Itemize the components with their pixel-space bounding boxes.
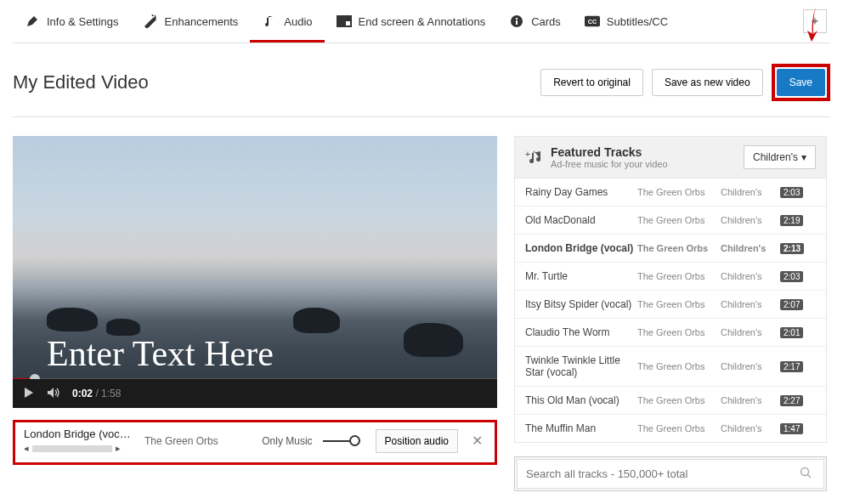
selected-track-title: London Bridge (voc…	[24, 428, 134, 440]
tab-label: Info & Settings	[47, 15, 119, 28]
track-artist: The Green Orbs	[637, 361, 721, 371]
tab-subtitles[interactable]: CC Subtitles/CC	[573, 0, 680, 42]
endscreen-icon	[337, 14, 352, 29]
track-name: This Old Man (vocal)	[525, 394, 637, 406]
svg-rect-1	[346, 21, 350, 25]
track-artist: The Green Orbs	[637, 187, 721, 197]
info-circle-icon	[509, 14, 524, 29]
track-artist: The Green Orbs	[637, 299, 721, 309]
featured-sub: Ad-free music for your video	[551, 159, 668, 169]
track-row[interactable]: Claudio The WormThe Green OrbsChildren's…	[515, 319, 826, 347]
video-title: My Edited Video	[13, 71, 149, 93]
cc-icon: CC	[585, 14, 600, 29]
chevron-down-icon: ▾	[801, 151, 806, 163]
editor-tabs: Info & Settings Enhancements Audio End s…	[13, 0, 830, 43]
remove-track-button[interactable]: ✕	[468, 433, 486, 449]
track-genre: Children's	[721, 215, 780, 225]
featured-title: Featured Tracks	[551, 145, 668, 159]
search-input[interactable]	[526, 467, 800, 480]
tab-label: End screen & Annotations	[359, 15, 486, 28]
mix-label: Only Music	[262, 435, 312, 447]
pencil-icon	[25, 14, 40, 29]
save-button[interactable]: Save	[777, 69, 825, 96]
tutorial-highlight: Save	[772, 64, 830, 101]
svg-rect-3	[516, 20, 518, 25]
track-row[interactable]: Itsy Bitsy Spider (vocal)The Green OrbsC…	[515, 291, 826, 319]
next-track-icon[interactable]: ▸	[116, 443, 121, 454]
volume-icon[interactable]	[47, 387, 60, 401]
track-genre: Children's	[721, 361, 780, 371]
track-scrub-bar[interactable]	[32, 445, 112, 452]
mix-slider[interactable]	[323, 440, 365, 442]
track-artist: The Green Orbs	[637, 271, 721, 281]
track-row[interactable]: Rainy Day GamesThe Green OrbsChildren's2…	[515, 178, 826, 207]
featured-header: + Featured Tracks Ad-free music for your…	[514, 136, 827, 178]
track-name: London Bridge (vocal)	[525, 242, 637, 254]
track-name: Itsy Bitsy Spider (vocal)	[525, 298, 637, 310]
tab-label: Audio	[284, 15, 312, 28]
time-total: 1:58	[101, 388, 121, 399]
track-row[interactable]: Twinkle Twinkle Little Star (vocal)The G…	[515, 347, 826, 387]
track-artist: The Green Orbs	[637, 215, 721, 225]
tab-cards[interactable]: Cards	[497, 0, 573, 42]
wand-icon	[143, 14, 158, 29]
track-row[interactable]: This Old Man (vocal)The Green OrbsChildr…	[515, 387, 826, 415]
time-current: 0:02	[72, 388, 93, 399]
track-duration: 2:27	[780, 395, 803, 406]
track-duration: 2:17	[780, 361, 803, 372]
track-row[interactable]: Mr. TurtleThe Green OrbsChildren's2:03	[515, 263, 826, 291]
track-genre: Children's	[721, 423, 780, 433]
svg-rect-4	[516, 18, 518, 20]
track-artist: The Green Orbs	[637, 423, 721, 433]
track-duration: 2:03	[780, 187, 803, 198]
track-duration: 2:01	[780, 327, 803, 338]
track-name: Mr. Turtle	[525, 270, 637, 282]
svg-line-9	[808, 475, 812, 479]
play-icon[interactable]	[23, 387, 35, 401]
track-row[interactable]: The Muffin ManThe Green OrbsChildren's1:…	[515, 415, 826, 442]
track-name: The Muffin Man	[525, 422, 637, 434]
track-duration: 2:19	[780, 215, 803, 226]
genre-selected-label: Children's	[753, 151, 798, 163]
track-artist: The Green Orbs	[637, 395, 721, 405]
selected-track-artist: The Green Orbs	[144, 435, 218, 447]
track-genre: Children's	[721, 299, 780, 309]
track-row[interactable]: Old MacDonaldThe Green OrbsChildren's2:1…	[515, 207, 826, 235]
scene-rock-icon	[47, 308, 98, 331]
tab-enhancements[interactable]: Enhancements	[131, 0, 251, 42]
svg-text:+: +	[525, 150, 530, 159]
revert-button[interactable]: Revert to original	[540, 69, 643, 96]
track-list: Rainy Day GamesThe Green OrbsChildren's2…	[514, 178, 827, 443]
track-name: Rainy Day Games	[525, 186, 637, 198]
track-duration: 1:47	[780, 423, 803, 434]
tab-endscreen[interactable]: End screen & Annotations	[325, 0, 498, 42]
video-overlay-text: Enter Text Here	[47, 333, 274, 374]
track-genre: Children's	[721, 271, 780, 281]
track-name: Old MacDonald	[525, 214, 637, 226]
slider-knob[interactable]	[349, 435, 360, 446]
track-genre: Children's	[721, 243, 780, 253]
save-as-new-button[interactable]: Save as new video	[652, 69, 763, 96]
search-icon[interactable]	[800, 467, 815, 481]
tutorial-arrow-icon	[802, 5, 821, 46]
position-audio-button[interactable]: Position audio	[376, 429, 458, 453]
tab-label: Cards	[531, 15, 561, 28]
header-row: My Edited Video Revert to original Save …	[13, 43, 830, 117]
prev-track-icon[interactable]: ◂	[24, 443, 29, 454]
video-preview[interactable]: Enter Text Here 0:02 / 1:58	[13, 136, 497, 408]
track-genre: Children's	[721, 187, 780, 197]
genre-dropdown[interactable]: Children's ▾	[744, 145, 816, 169]
track-name: Claudio The Worm	[525, 326, 637, 338]
track-genre: Children's	[721, 327, 780, 337]
track-duration: 2:03	[780, 271, 803, 282]
track-row[interactable]: London Bridge (vocal)The Green OrbsChild…	[515, 235, 826, 263]
tab-audio[interactable]: Audio	[250, 0, 324, 42]
music-plus-icon: +	[525, 149, 542, 167]
tab-label: Enhancements	[165, 15, 239, 28]
track-genre: Children's	[721, 395, 780, 405]
search-container	[514, 456, 827, 491]
track-duration: 2:07	[780, 299, 803, 310]
tab-info-settings[interactable]: Info & Settings	[13, 0, 131, 42]
selected-track-panel: London Bridge (voc… ◂ ▸ The Green Orbs O…	[13, 420, 497, 465]
scene-rock-icon	[404, 323, 463, 357]
